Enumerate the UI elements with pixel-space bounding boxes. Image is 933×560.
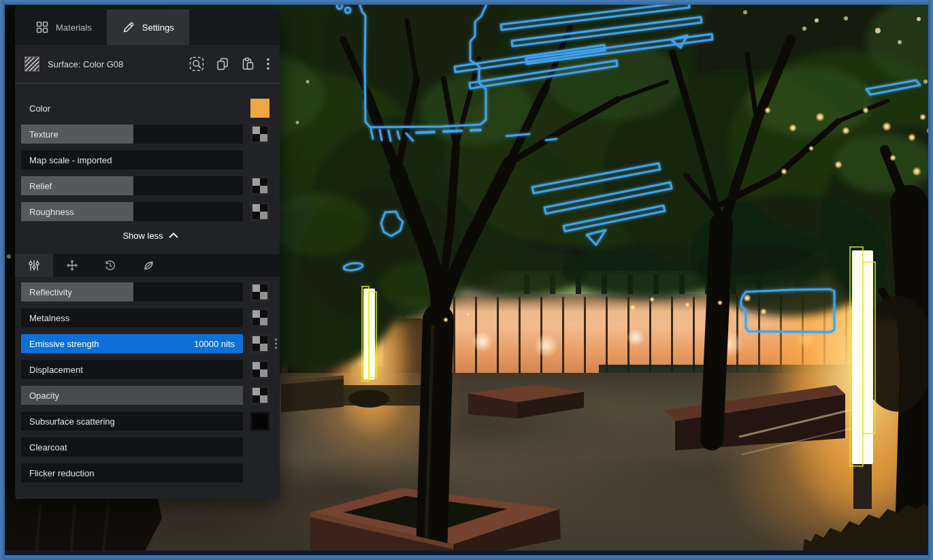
adjust-sliders-icon [28,259,40,271]
property-label: Roughness [29,207,74,217]
roughness-bar[interactable]: Roughness [21,202,243,221]
move-icon [66,259,78,271]
property-label: Map scale - imported [29,155,112,165]
copy-icon[interactable] [216,57,229,71]
bottom-taskbar-strip [5,550,928,555]
property-label: Texture [29,129,59,139]
paste-icon[interactable] [241,57,255,71]
tool-tab-history[interactable] [91,254,129,277]
property-rows-advanced: Reflectivity Metalness Emissive strength… [15,277,280,482]
tab-materials-label: Materials [56,22,92,33]
pencil-icon [122,20,135,34]
property-rows-basic: Color Texture Map scale - imported Relie… [15,84,280,243]
clearcoat-bar[interactable]: Clearcoat [21,438,243,457]
relief-thumbnail[interactable] [250,176,269,195]
emissive-thumbnail[interactable] [250,334,269,353]
property-label: Subsurface scattering [29,416,115,427]
property-label: Relief [29,181,52,191]
tool-tab-adjust[interactable] [15,254,53,277]
relief-bar[interactable]: Relief [21,176,243,195]
surface-title: Surface: Color G08 [48,59,189,69]
displacement-bar[interactable]: Displacement [21,360,243,379]
show-less-label: Show less [122,231,163,241]
chevron-up-icon [169,233,178,238]
tab-settings-label: Settings [142,22,174,33]
emissive-more-icon[interactable] [274,337,278,350]
tool-tab-nature[interactable] [129,254,167,277]
texture-bar[interactable]: Texture [21,125,243,144]
property-row-reflectivity[interactable]: Reflectivity [21,282,280,301]
opacity-thumbnail[interactable] [250,386,269,405]
property-row-roughness[interactable]: Roughness [21,202,280,221]
property-row-color[interactable]: Color [21,99,280,118]
property-row-clearcoat[interactable]: Clearcoat [21,438,280,457]
tab-materials[interactable]: Materials [20,10,107,45]
metalness-bar[interactable]: Metalness [21,308,243,327]
color-swatch[interactable] [250,99,269,118]
surface-swatch[interactable] [24,56,39,71]
grass-tuft [348,390,389,408]
property-label: Opacity [29,391,59,401]
property-label: Flicker reduction [29,468,94,478]
roughness-thumbnail[interactable] [250,202,269,221]
flicker-bar[interactable]: Flicker reduction [21,463,243,482]
history-icon [104,259,116,271]
tool-tab-move[interactable] [53,254,91,277]
property-row-map-scale[interactable]: Map scale - imported [21,150,280,169]
property-row-opacity[interactable]: Opacity [21,386,280,405]
emissive-bar-selected[interactable]: Emissive strength 10000 nits [21,334,243,353]
panel-tab-bar: Materials Settings [15,10,280,45]
property-row-displacement[interactable]: Displacement [21,360,280,379]
property-row-subsurface[interactable]: Subsurface scattering [21,412,280,431]
window-border [0,555,933,560]
property-label: Metalness [29,313,69,323]
subsurface-bar[interactable]: Subsurface scattering [21,412,243,431]
show-less-button[interactable]: Show less [21,228,280,243]
property-row-flicker[interactable]: Flicker reduction [21,463,280,482]
texture-thumbnail[interactable] [250,125,269,144]
application-window: Materials Settings Surface: Color G08 [0,0,933,560]
property-row-relief[interactable]: Relief [21,176,280,195]
left-edge-trunk [5,0,16,560]
window-border [0,0,933,5]
property-row-emissive[interactable]: Emissive strength 10000 nits [21,334,280,353]
tool-tab-bar [15,254,280,277]
property-label: Emissive strength [29,339,99,349]
subsurface-swatch[interactable] [250,412,269,431]
opacity-bar[interactable]: Opacity [21,386,243,405]
property-row-texture[interactable]: Texture [21,125,280,144]
leaf-icon [142,259,154,271]
surface-header: Surface: Color G08 [15,45,280,84]
lit-leaf [7,254,11,259]
more-options-icon[interactable] [266,57,270,71]
property-label: Reflectivity [29,287,72,297]
property-row-metalness[interactable]: Metalness [21,308,280,327]
reflectivity-thumbnail[interactable] [250,282,269,301]
tab-settings[interactable]: Settings [107,10,189,45]
color-row-bar[interactable]: Color [21,99,243,118]
map-scale-bar[interactable]: Map scale - imported [21,150,243,169]
property-label: Color [29,103,50,114]
pick-material-icon[interactable] [189,56,204,71]
metalness-thumbnail[interactable] [250,308,269,327]
displacement-thumbnail[interactable] [250,360,269,379]
reflectivity-bar[interactable]: Reflectivity [21,282,243,301]
window-border [0,0,5,560]
window-border [928,0,933,560]
property-label: Displacement [29,365,83,375]
grid-icon [35,20,49,34]
material-settings-panel: Materials Settings Surface: Color G08 [15,10,280,499]
property-label: Clearcoat [29,442,67,452]
emissive-value: 10000 nits [194,339,235,349]
